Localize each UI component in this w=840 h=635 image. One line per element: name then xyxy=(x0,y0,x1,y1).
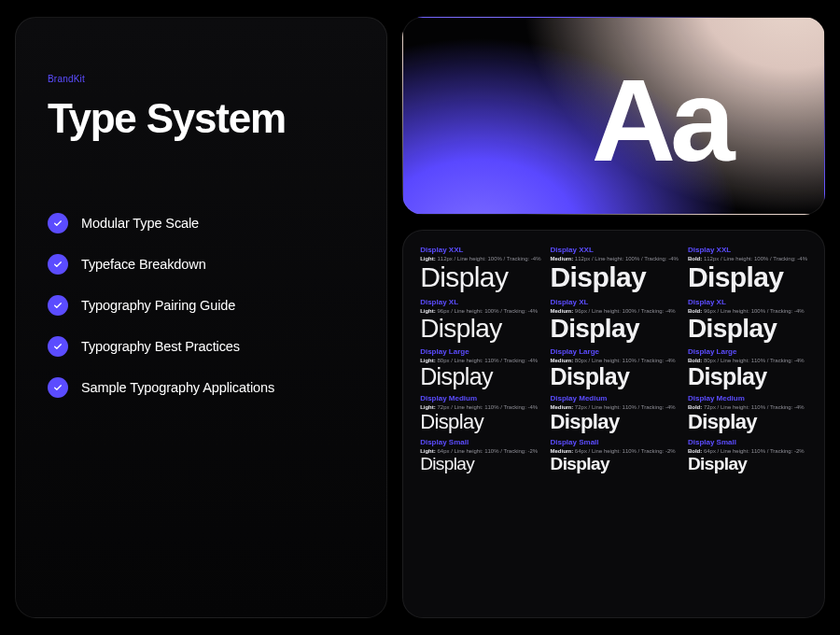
feature-label: Modular Type Scale xyxy=(81,216,199,231)
specimen-meta: Medium: 96px / Line height: 100% / Track… xyxy=(551,308,679,314)
specimen-size-label: Display XL xyxy=(420,298,540,306)
right-column: Aa Display XXLLight: 112px / Line height… xyxy=(402,17,825,618)
specimen-size-label: Display XXL xyxy=(688,246,807,254)
feature-list: Modular Type ScaleTypeface BreakdownTypo… xyxy=(48,213,355,398)
specimen-sample: Display xyxy=(688,455,807,473)
check-icon xyxy=(48,254,68,275)
feature-label: Sample Typography Applications xyxy=(81,380,274,395)
specimen-meta: Medium: 80px / Line height: 110% / Track… xyxy=(551,358,679,363)
feature-item: Typography Best Practices xyxy=(48,336,355,357)
feature-item: Modular Type Scale xyxy=(48,213,355,233)
specimen-size-label: Display XL xyxy=(688,298,807,306)
specimen-size-label: Display Medium xyxy=(551,394,679,402)
specimen-size-label: Display Small xyxy=(551,438,679,446)
feature-label: Typography Best Practices xyxy=(81,339,240,354)
specimen-sample: Display xyxy=(420,262,540,292)
type-hero-card: Aa xyxy=(402,17,825,215)
specimen-cell: Display XXLBold: 112px / Line height: 10… xyxy=(688,246,807,292)
check-icon xyxy=(48,213,68,233)
type-specimen-card: Display XXLLight: 112px / Line height: 1… xyxy=(402,230,825,618)
specimen-cell: Display XLBold: 96px / Line height: 100%… xyxy=(688,298,807,342)
feature-label: Typography Pairing Guide xyxy=(81,298,235,313)
specimen-size-label: Display XXL xyxy=(420,246,540,254)
specimen-sample: Display xyxy=(688,411,807,432)
feature-item: Typeface Breakdown xyxy=(48,254,355,275)
specimen-sample: Display xyxy=(420,455,540,473)
specimen-cell: Display MediumBold: 72px / Line height: … xyxy=(688,394,807,432)
intro-card: BrandKit Type System Modular Type ScaleT… xyxy=(15,17,387,618)
specimen-sample: Display xyxy=(420,315,540,342)
specimen-size-label: Display Large xyxy=(420,347,540,356)
specimen-cell: Display LargeBold: 80px / Line height: 1… xyxy=(688,347,807,388)
specimen-size-label: Display XL xyxy=(551,298,679,306)
specimen-grid: Display XXLLight: 112px / Line height: 1… xyxy=(420,246,807,473)
specimen-sample: Display xyxy=(551,315,679,342)
specimen-sample: Display xyxy=(551,455,679,473)
specimen-cell: Display SmallBold: 64px / Line height: 1… xyxy=(688,438,807,473)
specimen-meta: Bold: 80px / Line height: 110% / Trackin… xyxy=(688,358,807,363)
specimen-size-label: Display Medium xyxy=(688,394,807,402)
specimen-sample: Display xyxy=(688,315,807,342)
specimen-cell: Display LargeLight: 80px / Line height: … xyxy=(420,347,540,388)
check-icon xyxy=(48,336,68,357)
specimen-size-label: Display XXL xyxy=(551,246,679,254)
feature-item: Typography Pairing Guide xyxy=(48,295,355,316)
page-title: Type System xyxy=(48,97,355,140)
hero-glyph: Aa xyxy=(592,62,730,178)
specimen-sample: Display xyxy=(688,364,807,388)
specimen-cell: Display XXLLight: 112px / Line height: 1… xyxy=(420,246,540,292)
specimen-cell: Display SmallMedium: 64px / Line height:… xyxy=(551,438,679,473)
specimen-sample: Display xyxy=(551,262,679,292)
specimen-cell: Display XLLight: 96px / Line height: 100… xyxy=(420,298,540,342)
specimen-sample: Display xyxy=(688,262,807,292)
specimen-size-label: Display Small xyxy=(688,438,807,446)
specimen-cell: Display XLMedium: 96px / Line height: 10… xyxy=(551,298,679,342)
specimen-size-label: Display Medium xyxy=(420,394,540,402)
specimen-cell: Display MediumMedium: 72px / Line height… xyxy=(551,394,679,432)
specimen-sample: Display xyxy=(420,411,540,432)
specimen-sample: Display xyxy=(551,364,679,388)
specimen-cell: Display LargeMedium: 80px / Line height:… xyxy=(551,347,679,388)
specimen-cell: Display MediumLight: 72px / Line height:… xyxy=(420,394,540,432)
specimen-meta: Bold: 96px / Line height: 100% / Trackin… xyxy=(688,308,807,314)
specimen-cell: Display XXLMedium: 112px / Line height: … xyxy=(551,246,679,292)
specimen-sample: Display xyxy=(551,411,679,432)
specimen-size-label: Display Large xyxy=(551,347,679,356)
check-icon xyxy=(48,377,68,398)
specimen-meta: Light: 96px / Line height: 100% / Tracki… xyxy=(420,308,540,314)
feature-label: Typeface Breakdown xyxy=(81,257,206,272)
specimen-size-label: Display Small xyxy=(420,438,540,446)
feature-item: Sample Typography Applications xyxy=(48,377,355,398)
check-icon xyxy=(48,295,68,316)
specimen-sample: Display xyxy=(420,364,540,388)
specimen-cell: Display SmallLight: 64px / Line height: … xyxy=(420,438,540,473)
specimen-size-label: Display Large xyxy=(688,347,807,356)
eyebrow-label: BrandKit xyxy=(48,74,355,84)
specimen-meta: Light: 80px / Line height: 110% / Tracki… xyxy=(420,358,540,363)
